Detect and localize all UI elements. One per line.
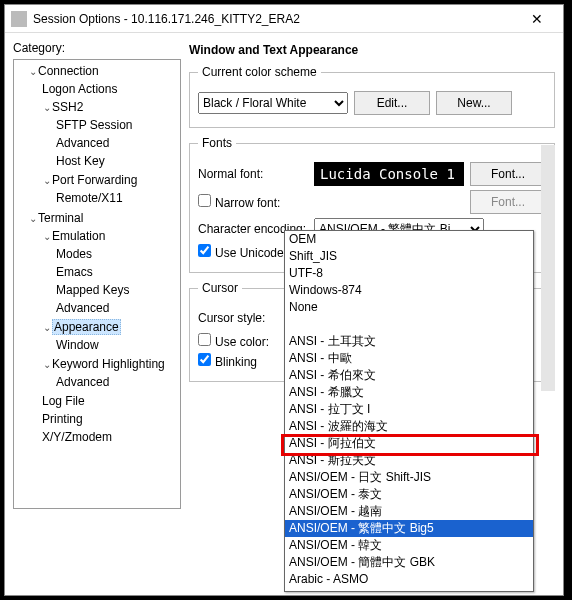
collapse-icon[interactable]: ⌄ (42, 229, 52, 245)
tree-emacs[interactable]: Emacs (56, 263, 180, 281)
encoding-option[interactable]: ANSI - 拉丁文 I (285, 401, 533, 418)
normal-font-button[interactable]: Font... (470, 162, 546, 186)
tree-mapped[interactable]: Mapped Keys (56, 281, 180, 299)
collapse-icon[interactable]: ⌄ (42, 357, 52, 373)
category-label: Category: (13, 41, 181, 55)
narrow-font-checkbox[interactable]: Narrow font: (198, 194, 280, 210)
tree-logfile[interactable]: Log File (42, 392, 180, 410)
color-scheme-legend: Current color scheme (198, 65, 321, 79)
collapse-icon[interactable]: ⌄ (42, 173, 52, 189)
tree-advanced[interactable]: Advanced (56, 134, 180, 152)
tree-connection[interactable]: ⌄Connection Logon Actions ⌄SSH2 SFTP Ses… (28, 62, 180, 209)
cursor-style-label: Cursor style: (198, 311, 278, 325)
tree-appearance[interactable]: ⌄Appearance Window (42, 318, 180, 355)
narrow-font-button: Font... (470, 190, 546, 214)
tree-xyz[interactable]: X/Y/Zmodem (42, 428, 180, 446)
tree-printing[interactable]: Printing (42, 410, 180, 428)
fonts-legend: Fonts (198, 136, 236, 150)
tree-window[interactable]: Window (56, 336, 180, 354)
tree-remotex11[interactable]: Remote/X11 (56, 189, 180, 207)
tree-modes[interactable]: Modes (56, 245, 180, 263)
encoding-option[interactable]: OEM (285, 231, 533, 248)
encoding-option[interactable]: ANSI/OEM - 日文 Shift-JIS (285, 469, 533, 486)
encoding-option[interactable]: UTF-8 (285, 265, 533, 282)
tree-advanced[interactable]: Advanced (56, 373, 180, 391)
title-bar: Session Options - 10.116.171.246_KITTY2_… (5, 5, 563, 33)
panel-scrollbar[interactable] (541, 145, 555, 391)
encoding-option[interactable]: Windows-874 (285, 282, 533, 299)
encoding-option[interactable]: ANSI/OEM - 簡體中文 GBK (285, 554, 533, 571)
encoding-option[interactable]: Arabic Trsprnt ASMO (285, 588, 533, 592)
cursor-legend: Cursor (198, 281, 242, 295)
tree-logon[interactable]: Logon Actions (42, 80, 180, 98)
tree-keyword[interactable]: ⌄Keyword Highlighting Advanced (42, 355, 180, 392)
panel-heading: Window and Text Appearance (189, 43, 555, 57)
tree-terminal[interactable]: ⌄Terminal ⌄Emulation Modes Emacs Mapped … (28, 209, 180, 447)
close-button[interactable]: ✕ (517, 11, 557, 27)
encoding-option[interactable]: ANSI/OEM - 越南 (285, 503, 533, 520)
encoding-option[interactable]: ANSI - 波羅的海文 (285, 418, 533, 435)
encoding-option[interactable]: ANSI - 希臘文 (285, 384, 533, 401)
color-scheme-group: Current color scheme Black / Floral Whit… (189, 65, 555, 128)
category-tree[interactable]: ⌄Connection Logon Actions ⌄SSH2 SFTP Ses… (13, 59, 181, 509)
encoding-option[interactable]: Arabic - ASMO (285, 571, 533, 588)
edit-scheme-button[interactable]: Edit... (354, 91, 430, 115)
blinking-checkbox[interactable]: Blinking (198, 353, 257, 369)
encoding-option[interactable] (285, 316, 533, 333)
tree-hostkey[interactable]: Host Key (56, 152, 180, 170)
encoding-dropdown[interactable]: OEMShift_JISUTF-8Windows-874None ANSI - … (284, 230, 534, 592)
collapse-icon[interactable]: ⌄ (42, 100, 52, 116)
tree-emulation[interactable]: ⌄Emulation Modes Emacs Mapped Keys Advan… (42, 227, 180, 318)
color-scheme-select[interactable]: Black / Floral White (198, 92, 348, 114)
encoding-option[interactable]: ANSI - 土耳其文 (285, 333, 533, 350)
encoding-option[interactable]: ANSI - 斯拉夫文 (285, 452, 533, 469)
normal-font-label: Normal font: (198, 167, 308, 181)
encoding-option[interactable]: ANSI/OEM - 繁體中文 Big5 (285, 520, 533, 537)
encoding-option[interactable]: ANSI - 阿拉伯文 (285, 435, 533, 452)
use-color-checkbox[interactable]: Use color: (198, 333, 269, 349)
tree-ssh2[interactable]: ⌄SSH2 SFTP Session Advanced Host Key (42, 98, 180, 171)
encoding-option[interactable]: ANSI/OEM - 泰文 (285, 486, 533, 503)
tree-sftp[interactable]: SFTP Session (56, 116, 180, 134)
window-title: Session Options - 10.116.171.246_KITTY2_… (33, 12, 517, 26)
new-scheme-button[interactable]: New... (436, 91, 512, 115)
encoding-option[interactable]: Shift_JIS (285, 248, 533, 265)
encoding-option[interactable]: ANSI/OEM - 韓文 (285, 537, 533, 554)
encoding-option[interactable]: ANSI - 中歐 (285, 350, 533, 367)
app-icon (11, 11, 27, 27)
encoding-option[interactable]: ANSI - 希伯來文 (285, 367, 533, 384)
collapse-icon[interactable]: ⌄ (28, 64, 38, 80)
tree-advanced[interactable]: Advanced (56, 299, 180, 317)
collapse-icon[interactable]: ⌄ (42, 320, 52, 336)
encoding-option[interactable]: None (285, 299, 533, 316)
normal-font-preview: Lucida Console 1 (314, 162, 464, 186)
tree-portfwd[interactable]: ⌄Port Forwarding Remote/X11 (42, 171, 180, 208)
collapse-icon[interactable]: ⌄ (28, 211, 38, 227)
